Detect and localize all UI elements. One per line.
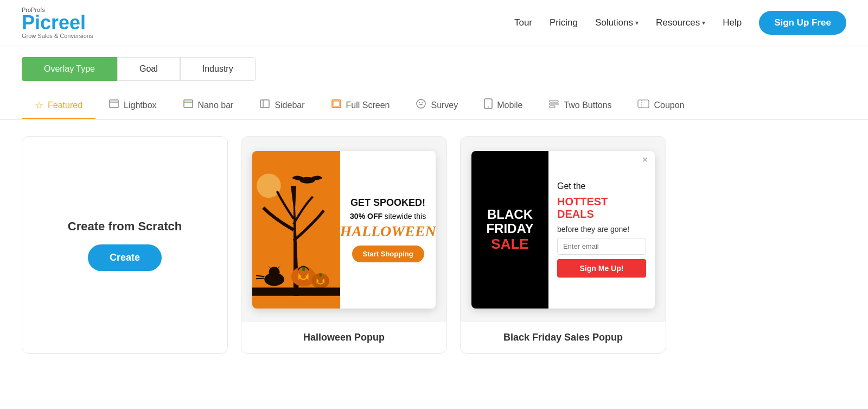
svg-rect-33 [320,273,322,276]
halloween-title: HALLOWEEN [340,224,436,239]
blackfriday-hottest-text: HOTTEST DEALS [557,196,646,221]
tab-mobile[interactable]: Mobile [471,92,535,120]
halloween-get-spooked: GET SPOOKED! [350,197,425,209]
blackfriday-popup-preview: BLACKFRIDAYSALE ✕ Get the HOTTEST DEALS … [471,151,655,309]
blackfriday-signup-button[interactable]: Sign Me Up! [557,259,646,278]
featured-star-icon: ☆ [35,99,43,111]
halloween-text-right: GET SPOOKED! 30% OFF sitewide this HALLO… [340,151,436,309]
blackfriday-left: BLACKFRIDAYSALE [471,151,548,309]
svg-point-12 [488,106,489,108]
svg-rect-14 [550,103,558,105]
svg-rect-15 [550,106,555,108]
tab-lightbox[interactable]: Lightbox [95,92,170,120]
blackfriday-get-text: Get the [557,181,646,191]
halloween-cta-button[interactable]: Start Shopping [352,246,424,262]
lightbox-icon [108,98,119,112]
tab-survey[interactable]: Survey [403,92,471,120]
create-button[interactable]: Create [88,244,162,271]
fullscreen-icon [331,98,342,112]
halloween-popup-preview: GET SPOOKED! 30% OFF sitewide this HALLO… [252,151,436,309]
svg-point-18 [257,173,281,198]
nanobar-icon [183,98,194,112]
solutions-chevron-icon: ▾ [635,19,639,27]
halloween-popup-card: GET SPOOKED! 30% OFF sitewide this HALLO… [241,136,447,354]
halloween-scene-left [252,151,340,309]
blackfriday-close-icon[interactable]: ✕ [642,155,648,164]
tab-sidebar[interactable]: Sidebar [246,92,317,120]
twobuttons-icon [548,98,559,112]
mobile-icon [484,98,493,112]
filter-overlay-type[interactable]: Overlay Type [22,57,117,81]
blackfriday-email-input[interactable] [557,238,646,255]
svg-point-9 [419,102,420,103]
header: ProProfs Picreel Grow Sales & Conversion… [0,0,868,46]
survey-icon [416,98,426,112]
svg-point-8 [417,99,425,108]
create-from-scratch-card: Create from Scratch Create [22,136,228,354]
svg-line-25 [256,278,264,279]
nav-resources[interactable]: Resources ▾ [656,17,705,28]
create-label: Create from Scratch [68,219,182,234]
blackfriday-right: ✕ Get the HOTTEST DEALS before they are … [548,151,655,309]
picreel-logo: Picreel [22,13,93,33]
svg-rect-4 [260,100,269,108]
sidebar-icon [259,98,270,112]
svg-rect-2 [184,100,193,108]
halloween-preview: GET SPOOKED! 30% OFF sitewide this HALLO… [241,137,446,322]
tab-twobuttons[interactable]: Two Buttons [535,92,624,120]
svg-point-21 [269,266,279,277]
svg-point-10 [422,102,423,103]
halloween-off-text: 30% OFF sitewide this [350,212,426,221]
nav-help[interactable]: Help [723,17,742,28]
main-nav: Tour Pricing Solutions ▾ Resources ▾ Hel… [514,11,846,35]
tab-coupon[interactable]: Coupon [624,93,697,119]
svg-rect-16 [638,100,649,108]
coupon-icon [637,99,649,111]
filter-industry[interactable]: Industry [180,57,256,81]
blackfriday-sale-text: BLACKFRIDAYSALE [486,207,533,251]
nav-solutions[interactable]: Solutions ▾ [595,17,639,28]
main-content: Create from Scratch Create [0,120,868,370]
tagline: Grow Sales & Conversions [22,33,93,39]
tab-fullscreen[interactable]: Full Screen [318,92,403,120]
svg-rect-7 [333,101,340,106]
tab-featured[interactable]: ☆ Featured [22,93,95,119]
signup-button[interactable]: Sign Up Free [759,11,846,35]
type-tabs: ☆ Featured Lightbox Nano bar Sidebar Ful… [0,81,868,120]
halloween-card-title: Halloween Popup [241,322,446,353]
logo-area: ProProfs Picreel Grow Sales & Conversion… [22,7,93,39]
resources-chevron-icon: ▾ [702,19,705,27]
tab-nanobar[interactable]: Nano bar [170,92,247,120]
filter-goal[interactable]: Goal [117,57,180,81]
svg-rect-34 [252,287,340,295]
svg-rect-0 [110,100,118,108]
svg-rect-29 [302,266,305,270]
blackfriday-card-title: Black Friday Sales Popup [461,322,666,353]
blackfriday-preview: BLACKFRIDAYSALE ✕ Get the HOTTEST DEALS … [461,137,666,322]
nav-tour[interactable]: Tour [514,17,532,28]
blackfriday-popup-card: BLACKFRIDAYSALE ✕ Get the HOTTEST DEALS … [460,136,666,354]
blackfriday-before-text: before they are gone! [557,225,646,234]
svg-rect-13 [550,100,558,102]
filter-tabs: Overlay Type Goal Industry [0,46,868,81]
nav-pricing[interactable]: Pricing [550,17,578,28]
